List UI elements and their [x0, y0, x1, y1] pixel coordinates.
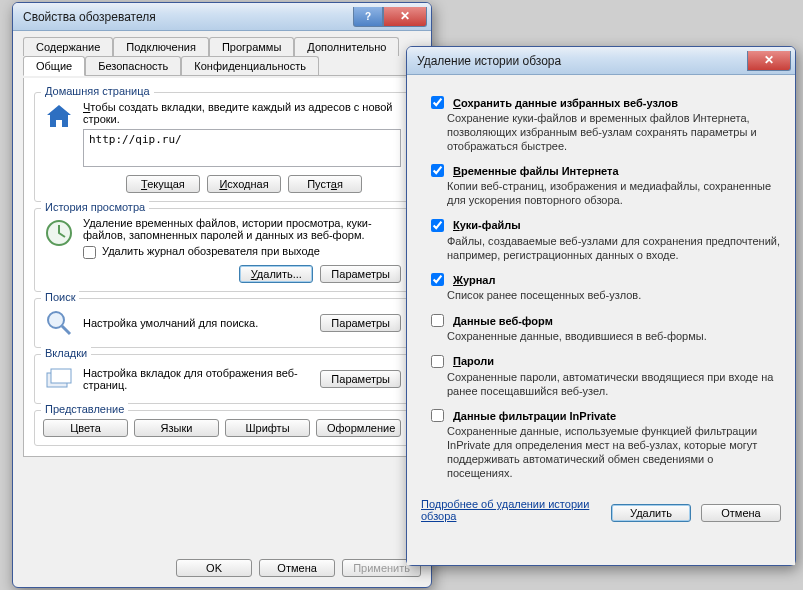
delete-option-desc: Сохраненные пароли, автоматически вводящ…	[447, 371, 781, 399]
delete-option-checkbox[interactable]	[431, 219, 444, 232]
delete-option-checkbox[interactable]	[431, 96, 444, 109]
ok-button[interactable]: OK	[176, 559, 252, 577]
window-title: Свойства обозревателя	[23, 10, 353, 24]
help-icon: ?	[365, 11, 371, 22]
window-buttons: ✕	[747, 51, 791, 71]
close-icon: ✕	[764, 53, 774, 67]
tab-security[interactable]: Безопасность	[85, 56, 181, 75]
delete-option: Данные веб-формСохраненные данные, вводи…	[427, 311, 781, 344]
fonts-button[interactable]: Шрифты	[225, 419, 310, 437]
group-appearance: Представление Цвета Языки Шрифты Оформле…	[34, 410, 410, 446]
delete-option: Временные файлы ИнтернетаКопии веб-стран…	[427, 161, 781, 208]
delete-history-button[interactable]: Удалить...	[239, 265, 313, 283]
history-icon	[43, 217, 75, 249]
languages-button[interactable]: Языки	[134, 419, 219, 437]
delete-button[interactable]: Удалить	[611, 504, 691, 522]
delete-option-title: Журнал	[453, 274, 495, 286]
delete-option-desc: Список ранее посещенных веб-узлов.	[447, 289, 781, 303]
delete-on-exit-checkbox[interactable]	[83, 246, 96, 259]
delete-option: Данные фильтрации InPrivateСохраненные д…	[427, 406, 781, 480]
svg-point-1	[48, 312, 64, 328]
delete-on-exit-label: Удалить журнал обозревателя при выходе	[102, 245, 320, 257]
group-tabs-legend: Вкладки	[41, 347, 91, 359]
group-search-legend: Поиск	[41, 291, 79, 303]
cancel-button[interactable]: Отмена	[701, 504, 781, 522]
search-icon	[43, 307, 75, 339]
delete-option-checkbox[interactable]	[431, 314, 444, 327]
delete-option-checkbox[interactable]	[431, 273, 444, 286]
tab-content[interactable]: Содержание	[23, 37, 113, 56]
colors-button[interactable]: Цвета	[43, 419, 128, 437]
delete-option-title: Куки-файлы	[453, 219, 521, 231]
close-button[interactable]: ✕	[747, 51, 791, 71]
homepage-blank-button[interactable]: Пустая	[288, 175, 362, 193]
group-homepage-legend: Домашняя страница	[41, 85, 154, 97]
delete-option: ЖурналСписок ранее посещенных веб-узлов.	[427, 270, 781, 303]
delete-option-desc: Файлы, создаваемые веб-узлами для сохран…	[447, 235, 781, 263]
group-history-legend: История просмотра	[41, 201, 149, 213]
tab-programs[interactable]: Программы	[209, 37, 294, 56]
window-buttons: ? ✕	[353, 7, 427, 27]
accessibility-button[interactable]: Оформление	[316, 419, 401, 437]
delete-option-title: Временные файлы Интернета	[453, 165, 619, 177]
delete-option-desc: Сохранение куки-файлов и временных файло…	[447, 112, 781, 153]
delete-option-checkbox[interactable]	[431, 409, 444, 422]
delete-option-checkbox[interactable]	[431, 164, 444, 177]
delete-option-desc: Сохраненные данные, используемые функцие…	[447, 425, 781, 480]
delete-option: Куки-файлыФайлы, создаваемые веб-узлами …	[427, 216, 781, 263]
close-icon: ✕	[400, 9, 410, 23]
search-settings-button[interactable]: Параметры	[320, 314, 401, 332]
group-appearance-legend: Представление	[41, 403, 128, 415]
search-desc: Настройка умолчаний для поиска.	[83, 317, 312, 329]
delete-option-desc: Копии веб-страниц, изображения и медиафа…	[447, 180, 781, 208]
cancel-button[interactable]: Отмена	[259, 559, 335, 577]
history-settings-button[interactable]: Параметры	[320, 265, 401, 283]
group-homepage: Домашняя страница Чтобы создать вкладки,…	[34, 92, 410, 202]
delete-option: Сохранить данные избранных веб-узловСохр…	[427, 93, 781, 153]
tab-connections[interactable]: Подключения	[113, 37, 209, 56]
options-content: Содержание Подключения Программы Дополни…	[13, 31, 431, 551]
window-title: Удаление истории обзора	[417, 54, 747, 68]
delete-history-window: Удаление истории обзора ✕ Сохранить данн…	[406, 46, 796, 566]
tab-privacy[interactable]: Конфиденциальность	[181, 56, 319, 75]
internet-options-window: Свойства обозревателя ? ✕ Содержание Под…	[12, 2, 432, 588]
titlebar[interactable]: Удаление истории обзора ✕	[407, 47, 795, 75]
svg-rect-4	[51, 369, 71, 383]
delete-option: ПаролиСохраненные пароли, автоматически …	[427, 352, 781, 399]
group-tabs: Вкладки Настройка вкладок для отображени…	[34, 354, 410, 404]
close-button[interactable]: ✕	[383, 7, 427, 27]
tab-strip: Содержание Подключения Программы Дополни…	[23, 37, 421, 76]
tab-advanced[interactable]: Дополнительно	[294, 37, 399, 56]
tab-general[interactable]: Общие	[23, 56, 85, 76]
homepage-hint: Чтобы создать вкладки, введите каждый из…	[83, 101, 401, 125]
delete-option-checkbox[interactable]	[431, 355, 444, 368]
learn-more-link[interactable]: Подробнее об удалении истории обзора	[421, 498, 601, 522]
group-history: История просмотра Удаление временных фай…	[34, 208, 410, 292]
delete-option-title: Данные веб-форм	[453, 315, 553, 327]
tabs-desc: Настройка вкладок для отображения веб-ст…	[83, 367, 312, 391]
svg-line-2	[62, 326, 70, 334]
history-desc: Удаление временных файлов, истории просм…	[83, 217, 401, 241]
delete-option-title: Сохранить данные избранных веб-узлов	[453, 97, 678, 109]
delete-option-title: Пароли	[453, 355, 494, 367]
group-search: Поиск Настройка умолчаний для поиска. Па…	[34, 298, 410, 348]
homepage-initial-button[interactable]: Исходная	[207, 175, 281, 193]
titlebar[interactable]: Свойства обозревателя ? ✕	[13, 3, 431, 31]
delete-history-content: Сохранить данные избранных веб-узловСохр…	[407, 75, 795, 565]
tabs-settings-button[interactable]: Параметры	[320, 370, 401, 388]
homepage-url-input[interactable]	[83, 129, 401, 167]
homepage-current-button[interactable]: Текущая	[126, 175, 200, 193]
tabs-icon	[43, 363, 75, 395]
help-button[interactable]: ?	[353, 7, 383, 27]
home-icon	[43, 101, 75, 133]
tab-pane-general: Домашняя страница Чтобы создать вкладки,…	[23, 78, 421, 457]
delete-option-desc: Сохраненные данные, вводившиеся в веб-фо…	[447, 330, 781, 344]
delete-option-title: Данные фильтрации InPrivate	[453, 410, 616, 422]
dialog-footer: OK Отмена Применить	[13, 551, 431, 587]
